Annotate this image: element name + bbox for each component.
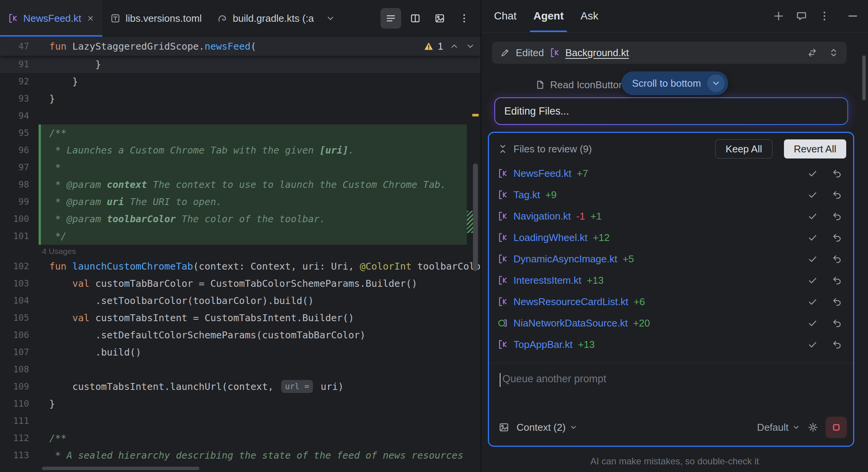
sticky-declaration-line[interactable]: 47 fun LazyStaggeredGridScope.newsFeed( … <box>0 37 481 56</box>
file-link[interactable]: Tag.kt <box>513 189 540 201</box>
keep-file-icon[interactable] <box>807 339 818 350</box>
code-text <box>37 107 481 124</box>
file-link[interactable]: Navigation.kt <box>513 210 571 222</box>
revert-file-icon[interactable] <box>832 189 842 200</box>
file-link[interactable]: NiaNetworkDataSource.kt <box>513 317 628 329</box>
revert-file-icon[interactable] <box>832 275 842 286</box>
line-number: 111 <box>0 412 37 430</box>
context-selector[interactable]: Context (2) <box>517 422 578 433</box>
revert-file-icon[interactable] <box>832 232 842 243</box>
code-token: .setDefaultColorSchemeParams(customTabBa… <box>49 330 366 341</box>
keep-file-icon[interactable] <box>807 296 818 307</box>
new-chat-icon[interactable] <box>772 10 785 22</box>
revert-file-icon[interactable] <box>832 339 842 350</box>
editor-horizontal-scrollbar[interactable] <box>42 467 199 470</box>
code-line: 93} <box>0 90 481 107</box>
tab-list-dropdown[interactable] <box>322 0 339 37</box>
editor-tab[interactable]: libs.versions.toml <box>102 0 209 37</box>
toml-file-icon <box>110 13 121 24</box>
file-link[interactable]: TopAppBar.kt <box>513 339 573 351</box>
read-file-row[interactable]: Read IconButton. <box>535 75 627 94</box>
gear-icon[interactable] <box>807 422 819 433</box>
scroll-to-bottom-label: Scroll to bottom <box>632 78 701 89</box>
editor-more-button[interactable] <box>454 8 474 29</box>
keep-file-icon[interactable] <box>807 168 818 179</box>
code-token: } <box>49 93 55 104</box>
keep-all-button[interactable]: Keep All <box>715 139 772 158</box>
revert-file-icon[interactable] <box>832 254 842 264</box>
chat-tab-chat[interactable]: Chat <box>491 0 520 32</box>
keep-file-icon[interactable] <box>807 275 818 286</box>
edited-file-link[interactable]: Background.kt <box>565 47 629 59</box>
kotlin-interface-icon <box>497 318 508 328</box>
attach-image-icon[interactable] <box>498 422 510 433</box>
editor-vertical-scrollbar[interactable] <box>473 163 478 271</box>
code-line: 106 .setDefaultColorSchemeParams(customT… <box>0 327 481 344</box>
split-editor-icon <box>410 13 421 24</box>
close-icon[interactable] <box>86 14 95 23</box>
expand-icon[interactable] <box>828 47 839 58</box>
split-editor-button[interactable] <box>405 8 426 29</box>
collapse-icon[interactable] <box>497 144 508 154</box>
files-review-header: Files to review (9) Keep All Revert All <box>489 133 853 163</box>
chat-more-icon[interactable] <box>818 10 831 22</box>
stop-button[interactable] <box>826 417 847 438</box>
line-number: 93 <box>0 90 37 107</box>
line-number: 100 <box>0 210 37 228</box>
revert-file-icon[interactable] <box>832 211 842 221</box>
text-caret <box>500 373 500 387</box>
code-text: fun launchCustomChromeTab(context: Conte… <box>37 258 481 275</box>
file-review-row: Tag.kt+9 <box>489 184 853 205</box>
keep-file-icon[interactable] <box>807 189 818 200</box>
ide-window: NewsFeed.ktlibs.versions.tomlbuild.gradl… <box>0 0 868 472</box>
file-review-row: TopAppBar.kt+13 <box>489 334 853 355</box>
code-token: ( <box>251 41 256 52</box>
hide-panel-icon[interactable] <box>847 10 859 22</box>
keep-file-icon[interactable] <box>807 254 818 264</box>
file-link[interactable]: NewsFeed.kt <box>513 168 572 179</box>
revert-file-icon[interactable] <box>832 168 842 179</box>
code-token: LazyStaggeredGridScope. <box>72 41 204 52</box>
comments-icon[interactable] <box>795 10 808 22</box>
code-line: 96 * Launches a Custom Chrome Tab with t… <box>0 142 481 159</box>
diff-icon[interactable] <box>807 47 818 58</box>
screenshot-button[interactable] <box>429 8 450 29</box>
code-line: 107 .build() <box>0 344 481 361</box>
keep-file-icon[interactable] <box>807 211 818 221</box>
revert-file-icon[interactable] <box>832 296 842 307</box>
editor-tab-label: build.gradle.kts (:a <box>233 13 314 24</box>
chat-tab-ask[interactable]: Ask <box>577 0 602 32</box>
kotlin-file-icon <box>497 211 508 221</box>
code-editor[interactable]: 91 }92 }93}9495/**96 * Launches a Custom… <box>0 56 481 472</box>
file-link[interactable]: DynamicAsyncImage.kt <box>513 253 617 265</box>
model-selector[interactable]: Default <box>757 422 800 433</box>
kotlin-file-icon <box>8 13 18 24</box>
prompt-input[interactable]: Queue another prompt <box>489 363 853 411</box>
line-number: 92 <box>0 73 37 90</box>
code-text <box>37 361 481 378</box>
chevron-down-icon <box>792 423 800 432</box>
edited-file-row[interactable]: Edited Background.kt <box>492 42 847 64</box>
scroll-to-bottom-button[interactable]: Scroll to bottom <box>621 71 728 95</box>
file-link[interactable]: NewsResourceCardList.kt <box>513 296 628 308</box>
revert-all-button[interactable]: Revert All <box>784 139 846 158</box>
file-link[interactable]: InterestsItem.kt <box>513 275 581 286</box>
code-token: fun <box>49 41 72 52</box>
list-view-button[interactable] <box>381 8 401 29</box>
code-text: val customTabBarColor = CustomTabColorSc… <box>37 275 481 292</box>
revert-file-icon[interactable] <box>832 318 842 328</box>
chat-body: Edited Background.kt Read IconButton. Sc… <box>481 32 868 472</box>
code-token: /** <box>49 128 66 139</box>
code-token: * <box>49 162 61 173</box>
chat-tab-agent[interactable]: Agent <box>530 0 567 32</box>
code-line: 99 * @param uri The URI to open. <box>0 193 481 210</box>
line-number: 47 <box>0 41 37 51</box>
keep-file-icon[interactable] <box>807 318 818 328</box>
editor-tab[interactable]: NewsFeed.kt <box>0 0 102 37</box>
keep-file-icon[interactable] <box>807 232 818 243</box>
editor-tab[interactable]: build.gradle.kts (:a <box>209 0 321 37</box>
code-text: .build() <box>37 344 481 361</box>
usages-inlay-hint[interactable]: 4 Usages <box>0 245 481 258</box>
file-link[interactable]: LoadingWheel.kt <box>513 232 588 244</box>
chat-scrollbar[interactable] <box>862 55 866 100</box>
